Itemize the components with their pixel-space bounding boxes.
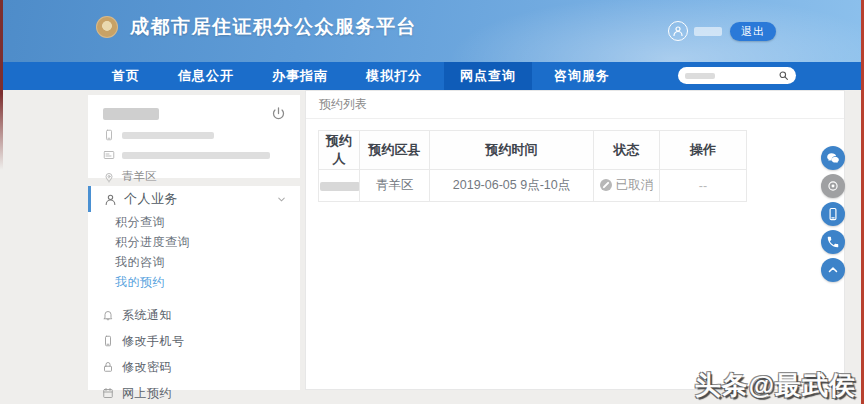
site-header: 成都市居住证积分公众服务平台 退出 (0, 0, 864, 62)
smartphone-icon (103, 129, 115, 141)
col-time: 预约时间 (430, 131, 594, 170)
search-box[interactable] (678, 67, 796, 84)
nav-item-info-disclosure[interactable]: 信息公开 (162, 62, 250, 90)
user-district-row: 青羊区 (103, 169, 286, 184)
redacted-id-number (122, 152, 270, 159)
smartphone-icon (102, 335, 114, 347)
sidebar-item-points-query[interactable]: 积分查询 (88, 212, 300, 232)
user-avatar-icon[interactable] (668, 21, 688, 41)
user-id-row (103, 149, 286, 161)
chevron-down-icon (276, 194, 287, 205)
redacted-search-placeholder (685, 73, 715, 79)
appointments-table: 预约人 预约区县 预约时间 状态 操作 青羊区 2019-06-05 9点-10… (318, 130, 747, 202)
sidebar-menu: 个人业务 积分查询 积分进度查询 我的咨询 我的预约 系统通知 修改手机号 (88, 186, 300, 390)
person-icon (104, 193, 117, 206)
logout-button[interactable]: 退出 (730, 22, 776, 41)
table-header-row: 预约人 预约区县 预约时间 状态 操作 (319, 131, 747, 170)
tool-label: 系统通知 (122, 307, 172, 324)
appointment-panel: 预约列表 预约人 预约区县 预约时间 状态 操作 青羊区 2019-06-05 … (305, 90, 845, 390)
watermark: 头条@最武侯 (695, 368, 856, 403)
redacted-user-name (103, 108, 159, 120)
user-phone-row (103, 129, 286, 141)
sidebar-section-personal-business[interactable]: 个人业务 (88, 186, 300, 212)
wechat-icon[interactable] (821, 146, 845, 170)
cell-status: 已取消 (594, 170, 660, 202)
main-nav: 首页 信息公开 办事指南 模拟打分 网点查询 咨询服务 (0, 62, 864, 90)
tool-label: 修改密码 (122, 359, 172, 376)
back-to-top-icon[interactable] (821, 258, 845, 282)
phone-icon[interactable] (821, 230, 845, 254)
sidebar-item-change-password[interactable]: 修改密码 (88, 354, 300, 380)
redacted-username (694, 27, 722, 36)
cell-district: 青羊区 (360, 170, 430, 202)
calendar-icon (102, 387, 114, 399)
sidebar-item-my-consult[interactable]: 我的咨询 (88, 252, 300, 272)
search-icon[interactable] (778, 70, 789, 81)
nav-item-service-guide[interactable]: 办事指南 (256, 62, 344, 90)
nav-item-home[interactable]: 首页 (96, 62, 156, 90)
user-info-card: 青羊区 (88, 95, 300, 178)
app-screenshot: 成都市居住证积分公众服务平台 退出 首页 信息公开 办事指南 模拟打分 网点查询… (0, 0, 864, 404)
table-row: 青羊区 2019-06-05 9点-10点 已取消 -- (319, 170, 747, 202)
panel-title: 预约列表 (306, 91, 844, 119)
col-status: 状态 (594, 131, 660, 170)
site-title: 成都市居住证积分公众服务平台 (130, 14, 417, 40)
section-label: 个人业务 (124, 190, 178, 208)
sidebar-item-online-booking[interactable]: 网上预约 (88, 380, 300, 404)
nav-item-consult-service[interactable]: 咨询服务 (538, 62, 626, 90)
notification-icon (102, 309, 114, 321)
cell-operation: -- (660, 170, 747, 202)
site-logo-icon (96, 16, 118, 38)
sidebar-item-change-phone[interactable]: 修改手机号 (88, 328, 300, 354)
weibo-icon[interactable] (821, 174, 845, 198)
col-operation: 操作 (660, 131, 747, 170)
col-district: 预约区县 (360, 131, 430, 170)
location-pin-icon (103, 171, 115, 183)
status-cancelled-icon (600, 179, 612, 191)
sidebar-item-my-appointments[interactable]: 我的预约 (88, 272, 300, 292)
brand: 成都市居住证积分公众服务平台 (96, 14, 417, 40)
sidebar-tools: 系统通知 修改手机号 修改密码 网上预约 (88, 302, 300, 404)
nav-item-simulated-scoring[interactable]: 模拟打分 (350, 62, 438, 90)
col-person: 预约人 (319, 131, 360, 170)
left-edge-artifact (0, 0, 3, 170)
nav-item-branch-query[interactable]: 网点查询 (444, 62, 532, 90)
redacted-phone-number (122, 132, 214, 139)
lock-icon (102, 361, 114, 373)
status-text: 已取消 (616, 177, 654, 194)
tool-label: 修改手机号 (122, 333, 185, 350)
sidebar-item-system-notice[interactable]: 系统通知 (88, 302, 300, 328)
user-district: 青羊区 (122, 169, 157, 184)
sidebar-item-points-progress-query[interactable]: 积分进度查询 (88, 232, 300, 252)
redacted-person-name (320, 182, 360, 191)
cell-time: 2019-06-05 9点-10点 (430, 170, 594, 202)
tool-label: 网上预约 (122, 385, 172, 402)
header-user-area: 退出 (668, 21, 776, 41)
floating-toolbar (821, 146, 845, 286)
mobile-app-icon[interactable] (821, 202, 845, 226)
id-card-icon (103, 149, 115, 161)
power-logout-icon[interactable] (271, 106, 286, 121)
cell-person (319, 170, 360, 202)
